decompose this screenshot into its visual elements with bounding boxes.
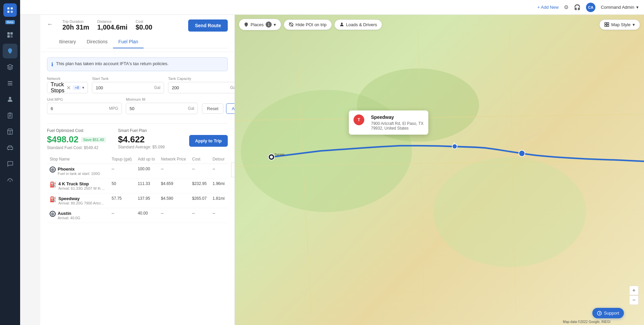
- places-button[interactable]: Places 1 ▾: [239, 19, 281, 30]
- unit-mpg-field[interactable]: MPG: [47, 103, 122, 114]
- sidebar-item-layers[interactable]: [3, 60, 17, 75]
- panel-body: ℹ This plan has taken into account IFTA'…: [40, 52, 234, 325]
- network-field[interactable]: Truck Stops ✕ +8 ▾: [47, 82, 88, 93]
- stop-topup: 50: [109, 179, 135, 193]
- zoom-out-button[interactable]: −: [629, 295, 639, 305]
- sidebar-item-dashboard[interactable]: [3, 28, 17, 42]
- stop-detour: --: [210, 208, 228, 223]
- svg-line-35: [235, 160, 644, 166]
- svg-rect-28: [607, 22, 609, 24]
- smart-plan-label: Smart Fuel Plan: [118, 128, 182, 133]
- panel-header: ← Trip Duration 20h 31m Distance 1,004.6…: [40, 15, 234, 52]
- trip-duration-value: 20h 31m: [62, 24, 89, 31]
- support-label: Support: [604, 311, 619, 316]
- min-fill-field[interactable]: Gal: [126, 103, 198, 114]
- stop-network-price: --: [158, 164, 190, 179]
- svg-rect-9: [8, 81, 12, 82]
- svg-rect-5: [10, 32, 13, 35]
- hide-poi-button[interactable]: Hide POI on trip: [284, 19, 332, 30]
- stop-cost: --: [190, 164, 210, 179]
- back-button[interactable]: ←: [47, 21, 53, 28]
- svg-rect-29: [605, 25, 606, 27]
- min-fill-input[interactable]: [129, 106, 186, 111]
- settings-icon[interactable]: ⚙: [564, 4, 569, 10]
- unit-mpg-input[interactable]: [51, 106, 107, 111]
- stop-topup: --: [109, 208, 135, 223]
- sidebar-item-box[interactable]: [3, 124, 17, 139]
- network-label: Network: [47, 77, 88, 81]
- apply-to-trip-button[interactable]: Apply to Trip: [189, 135, 228, 147]
- trip-duration-label: Trip Duration: [62, 19, 89, 24]
- stop-sub: Fuel in tank at start: 100G: [58, 172, 100, 176]
- start-tank-unit: Gal: [154, 85, 160, 90]
- panel-collapse-button[interactable]: ‹: [231, 162, 235, 177]
- stop-add-up-to: 40.00: [135, 208, 158, 223]
- svg-point-44: [270, 155, 273, 159]
- beta-badge: Beta: [5, 20, 15, 24]
- map-attribution: Map data ©2022 Google, INEGI: [563, 320, 610, 324]
- support-button[interactable]: Support: [592, 308, 624, 318]
- apply-button[interactable]: Apply: [226, 103, 235, 114]
- col-add-up-to: Add up to: [135, 155, 158, 164]
- sidebar-item-vehicle[interactable]: [3, 140, 17, 155]
- stop-name-cell: ⛽ Speedway Arrival: 80.20G 7900 Artcr...: [47, 193, 109, 208]
- zoom-in-button[interactable]: +: [629, 286, 639, 295]
- start-tank-input[interactable]: [96, 85, 152, 90]
- smart-plan-block: Smart Fuel Plan $4.622 Standard Average:…: [118, 128, 182, 149]
- table-row: ⊕ Phoenix Fuel in tank at start: 100G --…: [47, 164, 228, 179]
- sidebar-item-list[interactable]: [3, 76, 17, 91]
- svg-line-36: [296, 29, 311, 311]
- start-tank-field[interactable]: Gal: [92, 82, 164, 93]
- tank-capacity-field[interactable]: Gal: [168, 82, 235, 93]
- tank-capacity-label: Tank Capacity: [168, 77, 235, 81]
- col-stop-name: Stop Name: [47, 155, 109, 164]
- speedway-popup: T Speedway 7900 Artcraft Rd, El Paso, TX…: [349, 110, 428, 135]
- stop-cost: $232.95: [190, 179, 210, 193]
- min-fill-group: Minimum fill Gal: [126, 97, 198, 119]
- sidebar-item-driver[interactable]: [3, 92, 17, 107]
- popup-name: Speedway: [371, 114, 424, 120]
- tab-itinerary[interactable]: Itinerary: [54, 36, 82, 48]
- form-row-2: Unit MPG MPG Minimum fill Gal Reset Appl: [47, 97, 228, 119]
- stop-network-price: $4.590: [158, 193, 190, 208]
- cost-label: Cost: [136, 19, 152, 24]
- user-menu[interactable]: Command Admin ▾: [601, 5, 639, 10]
- sidebar-item-message[interactable]: [3, 156, 17, 171]
- standard-avg: Standard Average: $5.099: [118, 145, 182, 149]
- fuel-stop-icon: ⛽: [50, 181, 56, 188]
- tabs: Itinerary Directions Fuel Plan: [47, 36, 228, 48]
- stop-detour: 1.81mi: [210, 193, 228, 208]
- svg-text:Tucson: Tucson: [274, 153, 284, 156]
- svg-point-39: [268, 154, 274, 160]
- loads-drivers-button[interactable]: Loads & Drivers: [334, 19, 382, 30]
- topbar: + Add New ⚙ 🎧 CA Command Admin ▾: [20, 0, 644, 15]
- reset-button[interactable]: Reset: [202, 103, 223, 114]
- headset-icon[interactable]: 🎧: [574, 4, 581, 10]
- tab-directions[interactable]: Directions: [82, 36, 113, 48]
- stop-cost: --: [190, 208, 210, 223]
- svg-point-41: [452, 144, 457, 149]
- map-style-button[interactable]: Map Style ▾: [599, 19, 640, 30]
- add-new-button[interactable]: + Add New: [537, 5, 558, 10]
- main-content: ← Trip Duration 20h 31m Distance 1,004.6…: [40, 15, 644, 325]
- sidebar-item-map[interactable]: [3, 44, 17, 58]
- min-fill-label: Minimum fill: [126, 97, 198, 101]
- tab-fuel-plan[interactable]: Fuel Plan: [113, 36, 144, 48]
- tank-capacity-input[interactable]: [172, 85, 228, 90]
- stop-network-price: $4.659: [158, 179, 190, 193]
- stop-sub: Arrival: 61.33G 2507 W lh ...: [58, 186, 105, 190]
- stop-name-cell: ⛽ 4 K Truck Stop Arrival: 61.33G 2507 W …: [47, 179, 109, 193]
- clear-icon[interactable]: ✕: [66, 85, 71, 91]
- svg-rect-20: [7, 147, 13, 149]
- tank-capacity-unit: Gal: [230, 85, 235, 90]
- info-banner: ℹ This plan has taken into account IFTA'…: [47, 57, 228, 71]
- fuel-savings-badge: Save $51.40: [81, 137, 106, 142]
- network-dropdown-icon[interactable]: ▾: [82, 85, 84, 90]
- map-controls: Places 1 ▾ Hide POI on trip Loads & Driv…: [239, 19, 640, 30]
- stop-topup: 57.75: [109, 193, 135, 208]
- popup-address: 7900 Artcraft Rd, El Paso, TX: [371, 121, 424, 126]
- send-route-button[interactable]: Send Route: [188, 19, 228, 32]
- sidebar-item-clipboard[interactable]: [3, 108, 17, 123]
- sidebar-item-broadcast[interactable]: [3, 173, 17, 187]
- map-style-label: Map Style: [611, 22, 631, 27]
